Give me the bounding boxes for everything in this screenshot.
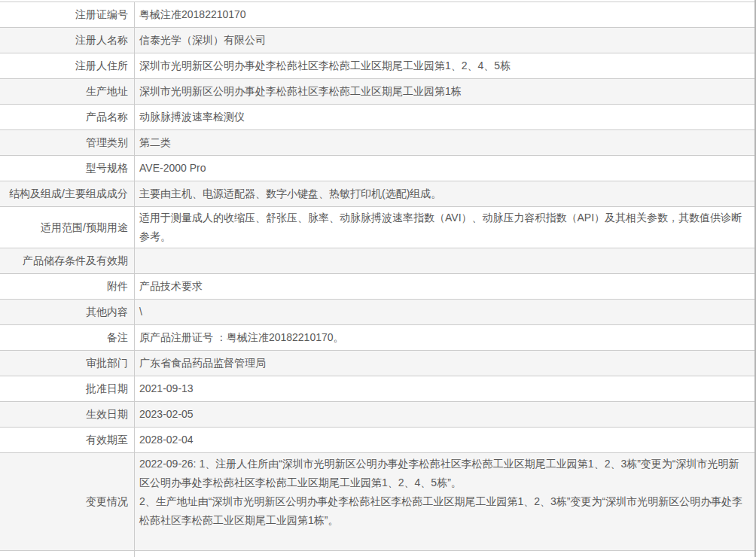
row-value: 第二类	[135, 130, 754, 155]
row-partial	[0, 551, 754, 557]
row-label: 结构及组成/主要组成成分	[0, 181, 135, 206]
row-value: 2022-09-26: 1、注册人住所由“深圳市光明新区公明办事处李松蓢社区李松…	[135, 453, 754, 550]
row-label: 产品储存条件及有效期	[0, 248, 135, 273]
row-other-content: 其他内容 \	[0, 300, 754, 325]
row-label: 型号规格	[0, 156, 135, 181]
row-value: 深圳市光明新区公明办事处李松蓢社区李松蓢工业区期尾工业园第1栋	[135, 79, 754, 104]
row-label: 有效期至	[0, 428, 135, 452]
row-label: 管理类别	[0, 130, 135, 155]
row-value: 动脉脉搏波速率检测仪	[135, 105, 754, 129]
row-label: 产品名称	[0, 105, 135, 129]
row-label: 注册证编号	[0, 2, 135, 27]
row-value: 2028-02-04	[135, 428, 754, 452]
row-intended-use: 适用范围/预期用途 适用于测量成人的收缩压、舒张压、脉率、动脉脉搏波速率指数（A…	[0, 207, 754, 248]
row-management-class: 管理类别 第二类	[0, 130, 754, 156]
row-approval-date: 批准日期 2021-09-13	[0, 376, 754, 402]
row-production-address: 生产地址 深圳市光明新区公明办事处李松蓢社区李松蓢工业区期尾工业园第1栋	[0, 79, 754, 105]
row-storage-validity: 产品储存条件及有效期	[0, 248, 754, 274]
row-value: 信泰光学（深圳）有限公司	[135, 28, 754, 53]
row-expiry-date: 有效期至 2028-02-04	[0, 428, 754, 453]
row-label: 其他内容	[0, 300, 135, 324]
row-value: 产品技术要求	[135, 274, 754, 299]
row-label: 适用范围/预期用途	[0, 207, 135, 248]
row-value: 适用于测量成人的收缩压、舒张压、脉率、动脉脉搏波速率指数（AVI）、动脉压力容积…	[135, 207, 754, 248]
row-registrant-name: 注册人名称 信泰光学（深圳）有限公司	[0, 28, 754, 53]
row-label: 注册人住所	[0, 53, 135, 78]
row-product-name: 产品名称 动脉脉搏波速率检测仪	[0, 105, 754, 130]
row-value: 广东省食品药品监督管理局	[135, 351, 754, 376]
row-label: 生产地址	[0, 79, 135, 104]
row-model-spec: 型号规格 AVE-2000 Pro	[0, 156, 754, 181]
row-label: 注册人名称	[0, 28, 135, 53]
row-label: 生效日期	[0, 402, 135, 427]
row-change-history: 变更情况 2022-09-26: 1、注册人住所由“深圳市光明新区公明办事处李松…	[0, 453, 754, 551]
registration-detail-page: { "colors": { "text": "#595959", "border…	[0, 0, 756, 557]
row-value: 深圳市光明新区公明办事处李松蓢社区李松蓢工业区期尾工业园第1、2、4、5栋	[135, 53, 754, 78]
row-label: 变更情况	[0, 453, 135, 550]
row-value: 原产品注册证号 ：粤械注准20182210170。	[135, 325, 754, 350]
row-value: \	[135, 300, 754, 324]
row-label: 附件	[0, 274, 135, 299]
row-approval-department: 审批部门 广东省食品药品监督管理局	[0, 351, 754, 376]
row-value: 2023-02-05	[135, 402, 754, 427]
row-label: 审批部门	[0, 351, 135, 376]
row-label	[0, 551, 135, 557]
row-label: 备注	[0, 325, 135, 350]
row-value: AVE-2000 Pro	[135, 156, 754, 181]
row-structure-composition: 结构及组成/主要组成成分 主要由主机、电源适配器、数字小键盘、热敏打印机(选配)…	[0, 181, 754, 207]
row-value	[135, 248, 754, 273]
row-value: 粤械注准20182210170	[135, 2, 754, 27]
row-value: 主要由主机、电源适配器、数字小键盘、热敏打印机(选配)组成。	[135, 181, 754, 206]
registration-detail-table: 注册证编号 粤械注准20182210170 注册人名称 信泰光学（深圳）有限公司…	[0, 2, 754, 557]
row-registrant-address: 注册人住所 深圳市光明新区公明办事处李松蓢社区李松蓢工业区期尾工业园第1、2、4…	[0, 53, 754, 79]
row-attachment: 附件 产品技术要求	[0, 274, 754, 300]
row-value	[135, 551, 754, 557]
row-label: 批准日期	[0, 376, 135, 401]
row-effective-date: 生效日期 2023-02-05	[0, 402, 754, 428]
row-remarks: 备注 原产品注册证号 ：粤械注准20182210170。	[0, 325, 754, 351]
row-cert-number: 注册证编号 粤械注准20182210170	[0, 2, 754, 28]
row-value: 2021-09-13	[135, 376, 754, 401]
